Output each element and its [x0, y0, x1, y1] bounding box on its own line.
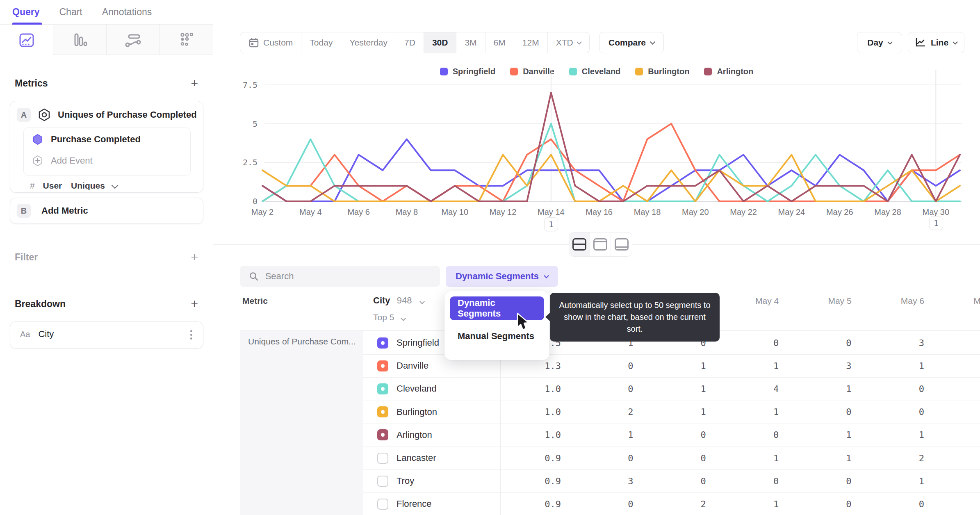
range-xtd[interactable]: XTD — [548, 32, 589, 53]
interval-button[interactable]: Day — [857, 32, 902, 53]
chart-style-button[interactable]: Line — [908, 32, 964, 53]
x-axis-tick: May 28 — [874, 207, 901, 216]
scatter-chart-icon — [178, 31, 196, 49]
day-value: 0 — [802, 407, 852, 417]
x-axis-tick: May 26 — [826, 207, 853, 216]
legend-label: Danville — [523, 67, 554, 76]
day-column-header: May 6 — [859, 296, 924, 306]
chart-type-scatter[interactable] — [160, 25, 213, 55]
day-value: 1 — [729, 499, 779, 509]
amplitude-query-page: QueryChartAnnotations — [0, 0, 980, 515]
range-yesterday[interactable]: Yesterday — [341, 32, 396, 53]
table-row-cleveland[interactable]: Cleveland1.001410 — [363, 377, 980, 400]
x-axis-tick: May 24 — [778, 207, 805, 216]
segment-name: Springfield — [397, 337, 439, 348]
bar-chart-icon — [71, 31, 89, 49]
x-axis-tick: May 14 — [538, 207, 565, 216]
day-value: 1 — [802, 430, 852, 440]
segment-checkbox-unchecked[interactable] — [377, 476, 388, 487]
day-value: 1 — [729, 407, 779, 417]
metric-column-header: Metric — [242, 296, 268, 306]
search-input[interactable] — [265, 271, 431, 282]
segment-mode-button[interactable]: Dynamic Segments — [446, 266, 558, 287]
metric-card-b[interactable]: B Add Metric — [10, 198, 203, 224]
layout-table-button[interactable] — [611, 232, 632, 256]
group-by-header[interactable]: City 948 — [373, 295, 424, 306]
range-30d[interactable]: 30D — [424, 32, 457, 53]
table-row-burlington[interactable]: Burlington1.021100 — [363, 401, 980, 424]
table-row-lancaster[interactable]: Lancaster0.900112 — [363, 447, 980, 469]
tab-query[interactable]: Query — [12, 0, 39, 25]
tab-annotations[interactable]: Annotations — [102, 0, 152, 25]
segment-name: Troy — [397, 476, 414, 486]
breakdown-city-card[interactable]: Aa City — [10, 321, 203, 349]
table-row-florence[interactable]: Florence0.902100 — [363, 492, 980, 515]
top-n-selector[interactable]: Top 5 — [373, 312, 405, 322]
day-value: 0 — [657, 476, 706, 486]
day-value: 1 — [875, 361, 924, 371]
check-dot-icon — [381, 410, 385, 414]
compare-button[interactable]: Compare — [599, 32, 664, 53]
add-filter-plus-icon[interactable]: + — [191, 251, 198, 263]
layout-split-button[interactable] — [569, 232, 590, 256]
layout-chart-button[interactable] — [590, 232, 611, 256]
avg-value: 0.9 — [512, 476, 561, 486]
day-value: 0 — [875, 499, 924, 509]
range-3m[interactable]: 3M — [456, 32, 485, 53]
legend-item-arlington[interactable]: Arlington — [704, 67, 753, 76]
annotation-badge[interactable]: 1 — [544, 217, 558, 231]
kebab-menu-icon[interactable] — [190, 330, 192, 340]
legend-item-cleveland[interactable]: Cleveland — [569, 67, 620, 76]
range-12m[interactable]: 12M — [514, 32, 548, 53]
chart-type-line[interactable] — [0, 25, 53, 55]
avg-value: 1.3 — [512, 361, 561, 371]
x-axis-tick: May 18 — [634, 207, 661, 216]
segment-checkbox-unchecked[interactable] — [377, 499, 388, 510]
add-event-row[interactable]: Add Event — [32, 155, 93, 166]
check-dot-icon — [381, 364, 385, 368]
segment-checkbox-checked[interactable] — [377, 406, 388, 417]
day-value: 0 — [584, 499, 633, 509]
legend-item-springfield[interactable]: Springfield — [440, 67, 495, 76]
legend-item-danville[interactable]: Danville — [510, 67, 554, 76]
annotation-badge[interactable]: 1 — [929, 216, 943, 230]
chevron-down-icon — [953, 39, 958, 45]
x-axis-tick: May 12 — [490, 207, 517, 216]
legend-label: Burlington — [648, 67, 689, 76]
legend-item-burlington[interactable]: Burlington — [635, 67, 689, 76]
date-range-control: CustomTodayYesterday7D30D3M6M12MXTD — [240, 32, 590, 53]
chart-type-selector — [0, 25, 213, 55]
event-row[interactable]: Purchase Completed — [32, 134, 141, 145]
table-row-troy[interactable]: Troy0.930001 — [363, 469, 980, 492]
range-6m[interactable]: 6M — [485, 32, 514, 53]
segment-checkbox-checked[interactable] — [377, 383, 388, 394]
day-value: 0 — [802, 338, 852, 348]
day-value: 0 — [729, 476, 779, 486]
x-axis-tick: May 20 — [682, 207, 709, 216]
range-custom[interactable]: Custom — [240, 32, 301, 53]
measure-selector[interactable]: # User Uniques — [30, 181, 116, 191]
chevron-down-icon — [650, 39, 655, 45]
segment-checkbox-unchecked[interactable] — [377, 453, 388, 464]
segment-checkbox-checked[interactable] — [377, 337, 388, 349]
day-value: 3 — [802, 361, 852, 371]
segment-mode-dropdown: Dynamic SegmentsManual Segments — [444, 291, 549, 360]
tab-chart[interactable]: Chart — [59, 0, 82, 25]
range-7d[interactable]: 7D — [396, 32, 424, 53]
range-label: Custom — [263, 38, 293, 48]
property-type-icon: Aa — [20, 330, 30, 339]
range-today[interactable]: Today — [301, 32, 341, 53]
chart-type-bar[interactable] — [53, 25, 107, 55]
add-metric-plus-icon[interactable]: + — [191, 77, 198, 89]
segment-checkbox-checked[interactable] — [377, 429, 388, 440]
segment-checkbox-checked[interactable] — [377, 360, 388, 371]
metric-card-a[interactable]: A Uniques of Purchase Completed Purchase… — [10, 101, 203, 193]
metric-hexagon-icon — [37, 108, 51, 122]
day-column-header: May 7 — [931, 296, 980, 306]
day-value: 1 — [802, 384, 852, 394]
legend-swatch — [635, 68, 643, 75]
table-row-arlington[interactable]: Arlington1.010011 — [363, 424, 980, 447]
range-label: 7D — [404, 38, 415, 48]
add-breakdown-plus-icon[interactable]: + — [191, 298, 198, 310]
chart-type-flow[interactable] — [107, 25, 160, 55]
